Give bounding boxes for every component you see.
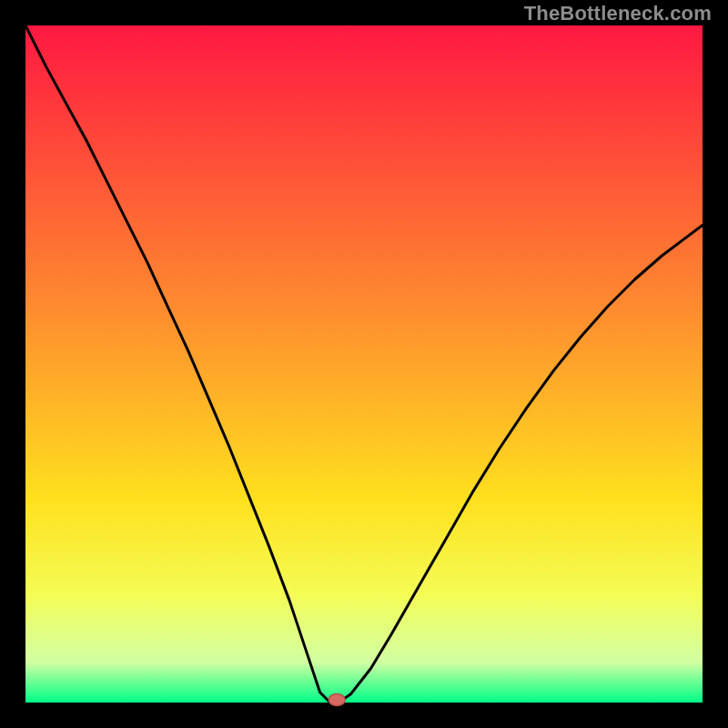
optimal-point-marker [329, 694, 345, 706]
plot-background [25, 25, 703, 703]
chart-frame: { "watermark": "TheBottleneck.com", "col… [0, 0, 728, 728]
bottleneck-chart [0, 0, 728, 728]
